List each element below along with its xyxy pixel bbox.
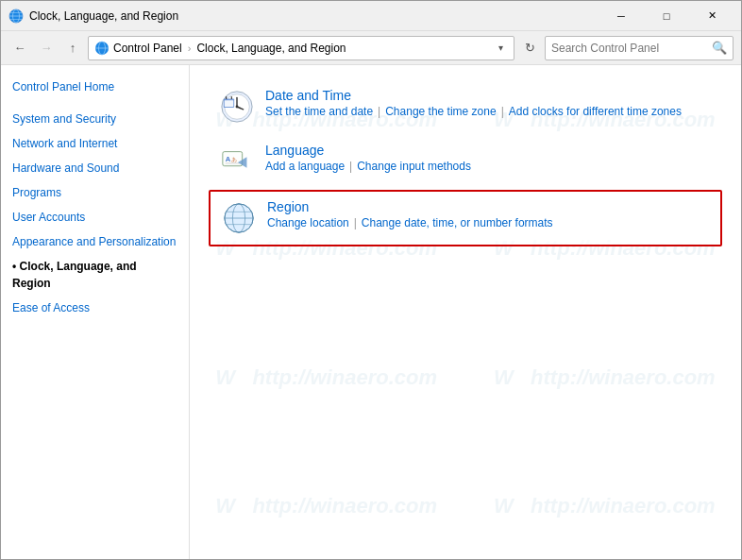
language-title[interactable]: Language [265,143,713,158]
refresh-button[interactable]: ↻ [518,37,541,59]
sidebar-item-appearance[interactable]: Appearance and Personalization [1,229,189,254]
sep2: | [501,105,504,118]
categories-list: Date and Time Set the time and date | Ch… [209,80,722,246]
category-region[interactable]: Region Change location | Change date, ti… [209,190,722,246]
category-language[interactable]: A あ Language Add a language | Change inp… [209,135,722,188]
breadcrumb-control-panel[interactable]: Control Panel [113,42,182,55]
language-link-1[interactable]: Change input methods [357,160,471,173]
svg-rect-14 [225,100,233,107]
sidebar-item-clock-language[interactable]: Clock, Language, and Region [1,254,189,296]
date-time-link-1[interactable]: Change the time zone [385,105,496,118]
breadcrumb-current: Clock, Language, and Region [196,42,346,55]
sep1: | [378,105,380,118]
main-layout: Control Panel Home System and Security N… [1,65,741,560]
sidebar-item-hardware-sound[interactable]: Hardware and Sound [1,156,189,180]
maximize-button[interactable]: □ [645,1,688,31]
sep4: | [354,216,357,229]
date-time-link-0[interactable]: Set the time and date [265,105,373,118]
breadcrumb-separator: › [188,42,192,54]
svg-point-12 [236,106,239,109]
sep3: | [349,160,352,173]
svg-text:A: A [226,155,231,163]
up-button[interactable]: ↑ [61,37,84,59]
search-button[interactable]: 🔍 [712,41,727,55]
address-icon [94,41,110,56]
region-content: Region Change location | Change date, ti… [267,199,711,229]
content-area: W http://winaero.com W http://winaero.co… [190,65,741,560]
date-time-link-2[interactable]: Add clocks for different time zones [509,105,682,118]
language-icon: A あ [218,143,256,180]
language-content: Language Add a language | Change input m… [265,143,713,173]
minimize-button[interactable]: ─ [599,1,643,31]
search-input[interactable] [551,42,708,55]
sidebar-item-network-internet[interactable]: Network and Internet [1,131,189,156]
back-button[interactable]: ← [8,37,31,59]
sidebar-item-control-panel-home[interactable]: Control Panel Home [1,75,189,99]
sidebar-item-user-accounts[interactable]: User Accounts [1,205,189,229]
sidebar-item-programs[interactable]: Programs [1,180,189,205]
sidebar-item-system-security[interactable]: System and Security [1,107,189,131]
region-links: Change location | Change date, time, or … [267,216,711,229]
date-time-title[interactable]: Date and Time [265,88,713,103]
forward-button[interactable]: → [35,37,58,59]
clock-icon [218,88,256,126]
region-link-0[interactable]: Change location [267,216,349,229]
nav-bar: ← → ↑ Control Panel › Clock, Language, a… [1,31,741,65]
window-title: Clock, Language, and Region [29,9,599,23]
svg-text:あ: あ [231,157,237,163]
region-title[interactable]: Region [267,199,711,214]
region-link-1[interactable]: Change date, time, or number formats [362,216,553,229]
language-link-0[interactable]: Add a language [265,160,345,173]
category-date-time[interactable]: Date and Time Set the time and date | Ch… [209,80,722,133]
window-controls: ─ □ ✕ [599,1,734,31]
address-dropdown-button[interactable]: ▾ [493,41,508,56]
date-time-content: Date and Time Set the time and date | Ch… [265,88,713,118]
date-time-links: Set the time and date | Change the time … [265,105,713,118]
region-icon [220,199,258,237]
sidebar-item-ease-of-access[interactable]: Ease of Access [1,296,189,320]
search-box: 🔍 [545,36,734,60]
window-icon [8,8,24,24]
sidebar: Control Panel Home System and Security N… [1,65,190,560]
close-button[interactable]: ✕ [690,1,734,31]
address-bar: Control Panel › Clock, Language, and Reg… [88,36,514,60]
title-bar: Clock, Language, and Region ─ □ ✕ [1,1,741,31]
language-links: Add a language | Change input methods [265,160,713,173]
